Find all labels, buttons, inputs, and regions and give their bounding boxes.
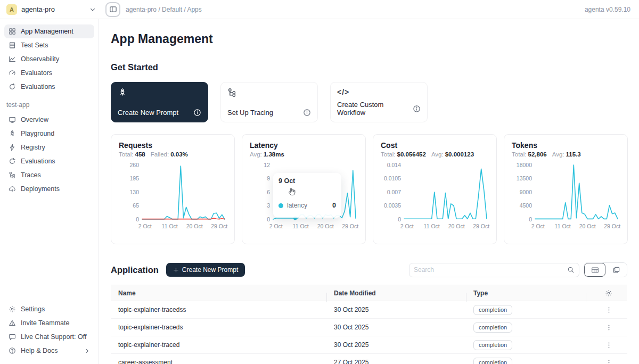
svg-text:20 Oct: 20 Oct bbox=[448, 223, 465, 229]
grid-icon bbox=[9, 28, 16, 35]
app-date-modified: 27 Oct 2025 bbox=[326, 359, 466, 364]
column-settings-gear-icon[interactable] bbox=[605, 289, 612, 297]
sidebar-item-app-management[interactable]: App Management bbox=[4, 24, 94, 38]
set-up-tracing-card[interactable]: Set Up Tracing bbox=[220, 82, 318, 122]
svg-text:0: 0 bbox=[529, 216, 532, 222]
application-heading: Application bbox=[111, 265, 159, 275]
tokens-chart-card: Tokens Total:52,806 Avg:115.3 0450090001… bbox=[504, 134, 628, 244]
row-menu-icon[interactable] bbox=[605, 307, 612, 313]
sidebar-item-live-chat[interactable]: Live Chat Support: Off bbox=[4, 330, 94, 344]
table-row[interactable]: topic-explainer-traced 30 Oct 2025 compl… bbox=[111, 336, 627, 354]
svg-text:2 Oct: 2 Oct bbox=[138, 223, 152, 229]
svg-text:6: 6 bbox=[267, 189, 270, 195]
sidebar-item-overview[interactable]: Overview bbox=[4, 113, 94, 127]
sidebar-item-label: Overview bbox=[21, 116, 48, 123]
type-badge: completion bbox=[473, 305, 512, 315]
create-new-prompt-card[interactable]: Create New Prompt bbox=[111, 82, 208, 122]
chart-title: Cost bbox=[381, 141, 489, 150]
stat-value: $0.056452 bbox=[397, 151, 426, 158]
gauge-icon bbox=[9, 69, 16, 77]
table-header-row: Name Date Modified Type bbox=[111, 285, 627, 301]
sidebar-item-playground[interactable]: Playground bbox=[4, 127, 94, 140]
table-view-button[interactable] bbox=[584, 263, 605, 277]
svg-text:260: 260 bbox=[129, 162, 139, 168]
table-row[interactable]: topic-explainer-traceds 30 Oct 2025 comp… bbox=[111, 319, 627, 336]
sidebar-item-invite-teammate[interactable]: Invite Teammate bbox=[4, 316, 94, 330]
sidebar-item-test-sets[interactable]: Test Sets bbox=[4, 38, 94, 52]
row-menu-icon[interactable] bbox=[605, 359, 612, 364]
sidebar-item-label: Help & Docs bbox=[21, 347, 79, 354]
sidebar-item-settings[interactable]: Settings bbox=[4, 302, 94, 316]
svg-text:12: 12 bbox=[264, 162, 270, 168]
card-view-icon bbox=[612, 266, 620, 274]
svg-text:11 Oct: 11 Oct bbox=[555, 223, 571, 229]
search-icon[interactable] bbox=[567, 266, 575, 274]
row-menu-icon[interactable] bbox=[605, 342, 612, 349]
cost-line-chart[interactable]: 00.00350.0070.01050.0142 Oct11 Oct20 Oct… bbox=[381, 161, 489, 232]
app-date-modified: 30 Oct 2025 bbox=[326, 324, 466, 331]
svg-text:2 Oct: 2 Oct bbox=[269, 223, 283, 229]
column-header-type[interactable]: Type bbox=[466, 289, 586, 297]
stat-value: 1.38ms bbox=[264, 151, 284, 158]
table-row[interactable]: career-assessment 27 Oct 2025 completion bbox=[111, 354, 627, 364]
chart-tooltip: 9 Oct latency 0 bbox=[273, 173, 341, 218]
stat-label: Avg: bbox=[552, 151, 564, 158]
cloud-upload-icon bbox=[9, 185, 16, 193]
app-name[interactable]: career-assessment bbox=[111, 359, 326, 364]
sidebar-item-observability[interactable]: Observability bbox=[4, 52, 94, 66]
create-new-prompt-button[interactable]: Create New Prompt bbox=[166, 263, 245, 277]
code-icon: </> bbox=[337, 88, 421, 96]
tree-icon bbox=[9, 171, 16, 179]
search-input[interactable] bbox=[414, 266, 567, 274]
type-badge: completion bbox=[473, 340, 512, 350]
info-icon[interactable] bbox=[303, 109, 311, 117]
sidebar-collapse-button[interactable] bbox=[105, 2, 120, 17]
stat-label: Failed: bbox=[151, 151, 169, 158]
sidebar-item-evaluators[interactable]: Evaluators bbox=[4, 66, 94, 80]
chart-title: Requests bbox=[119, 141, 227, 150]
stat-value: 52,806 bbox=[528, 151, 547, 158]
svg-text:18000: 18000 bbox=[517, 162, 532, 168]
sidebar-item-traces[interactable]: Traces bbox=[4, 168, 94, 182]
top-bar: A agenta-pro agenta-pro / Default / Apps… bbox=[0, 0, 639, 19]
info-icon[interactable] bbox=[413, 105, 421, 113]
series-dot bbox=[278, 203, 283, 208]
svg-text:11 Oct: 11 Oct bbox=[424, 223, 440, 229]
svg-text:65: 65 bbox=[133, 202, 139, 209]
view-toggle bbox=[584, 262, 627, 277]
sidebar-item-evaluations-app[interactable]: Evaluations bbox=[4, 154, 94, 168]
sidebar-item-help-docs[interactable]: Help & Docs bbox=[4, 344, 94, 358]
create-custom-workflow-card[interactable]: </> Create Custom Workflow bbox=[330, 82, 428, 122]
card-view-button[interactable] bbox=[605, 263, 627, 277]
sidebar-item-label: Test Sets bbox=[21, 42, 48, 49]
column-header-name[interactable]: Name bbox=[111, 289, 326, 297]
row-menu-icon[interactable] bbox=[605, 324, 612, 331]
stat-label: Avg: bbox=[250, 151, 262, 158]
breadcrumb[interactable]: agenta-pro / Default / Apps bbox=[126, 6, 585, 13]
tracing-nodes-icon bbox=[227, 88, 311, 97]
tooltip-value: 0 bbox=[332, 202, 336, 209]
app-name[interactable]: topic-explainer-tracedss bbox=[111, 306, 326, 313]
tokens-line-chart[interactable]: 04500900013500180002 Oct11 Oct20 Oct29 O… bbox=[512, 161, 620, 232]
card-label: Create New Prompt bbox=[118, 109, 178, 117]
sidebar-item-evaluations[interactable]: Evaluations bbox=[4, 80, 94, 94]
app-name[interactable]: topic-explainer-traceds bbox=[111, 324, 326, 331]
svg-text:9: 9 bbox=[267, 175, 270, 181]
column-header-date-modified[interactable]: Date Modified bbox=[326, 289, 466, 297]
svg-text:29 Oct: 29 Oct bbox=[342, 223, 358, 229]
page-title: App Management bbox=[111, 32, 627, 46]
sidebar-item-registry[interactable]: Registry bbox=[4, 140, 94, 154]
sidebar-item-deployments[interactable]: Deployments bbox=[4, 182, 94, 196]
sidebar-item-label: Settings bbox=[21, 305, 45, 313]
table-row[interactable]: topic-explainer-tracedss 30 Oct 2025 com… bbox=[111, 301, 627, 319]
search-box[interactable] bbox=[409, 263, 579, 277]
requests-line-chart[interactable]: 0651301952602 Oct11 Oct20 Oct29 Oct bbox=[119, 161, 227, 232]
workspace-selector[interactable]: A agenta-pro bbox=[6, 4, 96, 15]
type-badge: completion bbox=[473, 322, 512, 333]
svg-text:0.0035: 0.0035 bbox=[384, 202, 401, 209]
info-icon[interactable] bbox=[193, 109, 201, 117]
main-content: App Management Get Started Create New Pr… bbox=[99, 19, 639, 364]
app-name[interactable]: topic-explainer-traced bbox=[111, 341, 326, 349]
refresh-icon bbox=[9, 158, 16, 165]
sidebar-item-label: Registry bbox=[21, 144, 45, 151]
